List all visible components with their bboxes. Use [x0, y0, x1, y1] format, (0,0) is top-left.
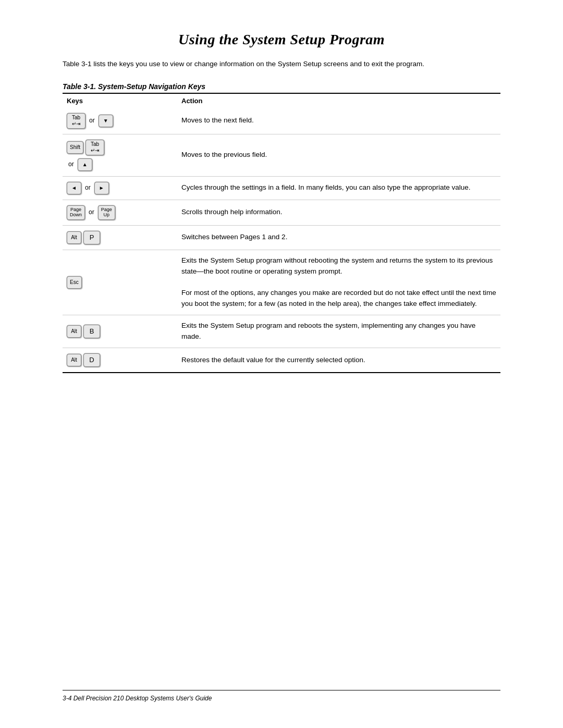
action-cell: Switches between Pages 1 and 2.	[177, 225, 500, 250]
table-row: Esc Exits the System Setup program witho…	[63, 250, 500, 315]
table-row: Alt P Switches between Pages 1 and 2.	[63, 225, 500, 250]
keys-cell: Esc	[67, 276, 173, 289]
b-key: B	[83, 325, 100, 338]
action-text-esc-2: For most of the options, any changes you…	[181, 289, 496, 307]
keys-cell: Alt D	[67, 353, 173, 367]
d-key: D	[83, 353, 100, 367]
action-cell: Moves to the previous field.	[177, 134, 500, 176]
col-header-action: Action	[177, 93, 500, 108]
or-label: or	[85, 183, 91, 193]
action-cell: Scrolls through help information.	[177, 200, 500, 225]
table-row: Tab↵⇥ or ▼ Moves to the next field.	[63, 108, 500, 134]
action-cell: Exits the System Setup program without r…	[177, 250, 500, 315]
action-cell: Cycles through the settings in a field. …	[177, 176, 500, 200]
shift-key: Shift	[67, 141, 83, 154]
page-down-key: PageDown	[67, 205, 85, 220]
action-cell: Exits the System Setup program and reboo…	[177, 315, 500, 348]
table-row: ◄ or ► Cycles through the settings in a …	[63, 176, 500, 200]
page-title: Using the System Setup Program	[63, 31, 500, 48]
alt-key-d: Alt	[67, 354, 81, 366]
action-cell: Moves to the next field.	[177, 108, 500, 134]
or-label: or	[89, 207, 94, 217]
table-row: Shift Tab↵⇥ or ▲ Moves to the previous f…	[63, 134, 500, 176]
intro-paragraph: Table 3-1 lists the keys you use to view…	[63, 58, 500, 70]
keys-cell: Tab↵⇥ or ▼	[67, 113, 173, 129]
or-label: or	[89, 116, 95, 126]
keys-cell: Alt P	[67, 231, 173, 244]
esc-key: Esc	[67, 276, 82, 289]
page-footer: 3-4 Dell Precision 210 Desktop Systems U…	[63, 690, 500, 702]
tab-key-2: Tab↵⇥	[85, 140, 104, 155]
keys-cell: Shift Tab↵⇥ or ▲	[67, 140, 173, 171]
alt-key: Alt	[67, 231, 81, 244]
keys-row: Shift Tab↵⇥	[67, 140, 104, 155]
keys-row-2: or ▲	[67, 158, 92, 171]
col-header-keys: Keys	[63, 93, 177, 108]
table-row: Alt D Restores the default value for the…	[63, 348, 500, 373]
keys-cell: Alt B	[67, 325, 173, 338]
table-row: Alt B Exits the System Setup program and…	[63, 315, 500, 348]
p-key: P	[83, 231, 100, 244]
action-text-esc-1: Exits the System Setup program without r…	[181, 256, 493, 275]
up-arrow-key: ▲	[78, 158, 92, 171]
table-row: PageDown or PageUp Scrolls through help …	[63, 200, 500, 225]
tab-key: Tab↵⇥	[67, 113, 85, 129]
table-caption: Table 3-1. System-Setup Navigation Keys	[63, 82, 500, 91]
navigation-keys-table: Keys Action Tab↵⇥ or ▼ Moves to the next…	[63, 93, 500, 373]
right-arrow-key: ►	[94, 182, 109, 194]
keys-cell: PageDown or PageUp	[67, 205, 173, 220]
action-cell: Restores the default value for the curre…	[177, 348, 500, 373]
or-label: or	[68, 159, 74, 169]
page-up-key: PageUp	[98, 205, 115, 220]
alt-key-b: Alt	[67, 325, 81, 338]
keys-cell: ◄ or ►	[67, 182, 173, 194]
left-arrow-key: ◄	[67, 182, 81, 194]
down-arrow-key: ▼	[99, 115, 113, 127]
